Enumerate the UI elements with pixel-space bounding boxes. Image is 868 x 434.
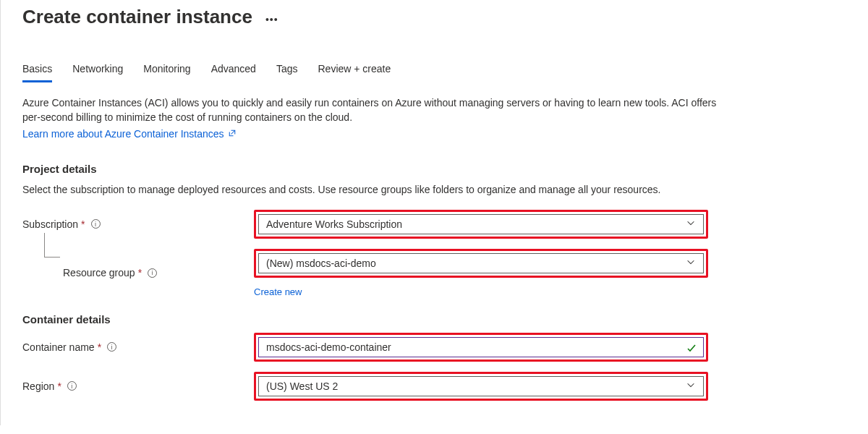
create-new-link[interactable]: Create new (254, 286, 708, 297)
info-icon[interactable]: i (148, 268, 157, 278)
intro-text: Azure Container Instances (ACI) allows y… (22, 95, 731, 125)
resource-group-select[interactable]: (New) msdocs-aci-demo (258, 253, 704, 273)
check-icon (686, 342, 697, 356)
required-asterisk: * (138, 267, 142, 278)
tree-elbow-icon (44, 233, 60, 258)
container-details-heading: Container details (22, 313, 850, 326)
required-asterisk: * (98, 341, 101, 353)
project-details-heading: Project details (22, 163, 850, 175)
external-link-icon (228, 128, 237, 140)
chevron-down-icon (686, 218, 696, 230)
region-value: (US) West US 2 (266, 380, 338, 392)
region-label: Region (22, 380, 54, 392)
info-icon[interactable]: i (91, 219, 101, 229)
info-icon[interactable]: i (107, 342, 116, 352)
more-icon[interactable]: ••• (265, 9, 278, 25)
subscription-select[interactable]: Adventure Works Subscription (258, 214, 704, 234)
learn-more-link[interactable]: Learn more about Azure Container Instanc… (22, 128, 237, 140)
required-asterisk: * (57, 380, 61, 392)
project-details-description: Select the subscription to manage deploy… (22, 182, 731, 197)
tab-review-create[interactable]: Review + create (318, 63, 391, 82)
container-name-label: Container name (22, 341, 95, 353)
tab-advanced[interactable]: Advanced (211, 63, 256, 82)
container-name-input[interactable] (258, 337, 704, 357)
chevron-down-icon (686, 380, 696, 392)
tab-basics[interactable]: Basics (22, 63, 52, 82)
chevron-down-icon (686, 257, 696, 269)
tab-networking[interactable]: Networking (72, 63, 123, 82)
required-asterisk: * (81, 218, 85, 230)
page-title: Create container instance (22, 6, 252, 28)
resource-group-label: Resource group (63, 267, 135, 278)
tab-monitoring[interactable]: Monitoring (143, 63, 190, 82)
info-icon[interactable]: i (67, 381, 77, 391)
region-select[interactable]: (US) West US 2 (258, 376, 704, 396)
tab-tags[interactable]: Tags (276, 63, 298, 82)
resource-group-value: (New) msdocs-aci-demo (266, 258, 376, 269)
tab-bar: Basics Networking Monitoring Advanced Ta… (22, 63, 850, 82)
subscription-label: Subscription (22, 218, 78, 230)
learn-more-label: Learn more about Azure Container Instanc… (22, 128, 224, 140)
subscription-value: Adventure Works Subscription (266, 218, 402, 230)
